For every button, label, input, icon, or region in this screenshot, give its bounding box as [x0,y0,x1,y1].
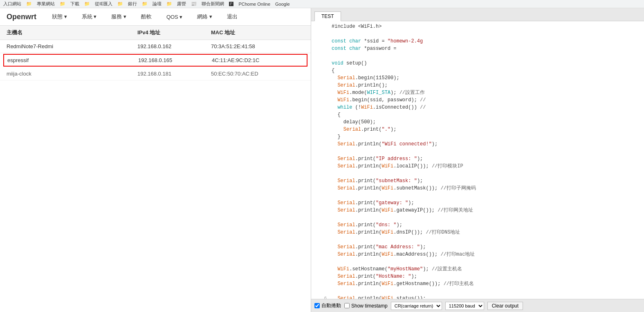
code-line: while (!WiFi.isConnected()) // [311,104,644,111]
bookmark-entry[interactable]: 下載 [70,1,79,7]
bookmark-entry[interactable]: 論壇 [153,1,162,7]
code-line: { [311,111,644,118]
table-row-highlighted[interactable]: espressif 192.168.0.165 4C:11:AE:9C:D2:1… [3,54,307,67]
line-number [314,199,327,207]
cell-ipv4: 192.168.0.181 [137,71,211,77]
code-line: Serial.begin(115200); [311,74,644,82]
line-number [314,118,327,126]
code-text: const char *ssid = "homewn-2.4g [332,38,423,45]
table-row[interactable]: RedmiNote7-Redmi 192.168.0.162 70:3A:51:… [0,40,311,53]
code-line: Serial.println(WiFi.gatewayIP()); //打印网关… [311,207,644,214]
code-section: #include <WiFi.h> const char *ssid = "ho… [311,21,644,299]
code-text: Serial.println(WiFi.subnetMask()); //打印子… [332,185,476,192]
bookmark-entry[interactable]: Google [275,2,289,7]
code-line: Serial.print("IP address: "); [311,155,644,163]
autoscroll-input[interactable] [314,303,320,308]
line-number [314,60,327,67]
code-line [311,236,644,243]
code-text: Serial.print("dns: "); [332,221,402,229]
line-number [314,251,327,258]
code-line: Serial.println(WiFi.dnsIP()); //打印DNS地址 [311,229,644,236]
nav-services[interactable]: 服務 ▾ [108,11,130,22]
line-number [314,229,327,236]
bookmark-separator: 📁 [26,1,32,7]
bookmark-entry[interactable]: 入口網站 [3,1,21,7]
tab-test[interactable]: TEST [314,11,341,21]
line-number [314,89,327,96]
nav-status[interactable]: 狀態 ▾ [49,11,70,22]
line-number [314,265,327,273]
code-line [311,170,644,177]
code-text: Serial.begin(115200); [332,74,399,82]
line-number [314,38,327,45]
bookmark-entry[interactable]: 專業網站 [37,1,55,7]
line-number [314,126,327,133]
code-text: { [332,111,341,118]
col-mac: MAC 地址 [211,29,304,36]
line-ending-select[interactable]: CR(carriage return) [391,302,442,310]
code-text: #include <WiFi.h> [332,23,381,30]
code-editor[interactable]: #include <WiFi.h> const char *ssid = "ho… [311,21,644,299]
line-number [314,287,327,295]
code-line: Serial.print("dns: "); [311,221,644,229]
line-number [314,221,327,229]
code-text: Serial.println(WiFi.dnsIP()); //打印DNS地址 [332,229,460,236]
code-line: Serial.print("gateway: "); [311,199,644,207]
arduino-panel: TEST #include <WiFi.h> const char [311,8,644,312]
line-number [314,67,327,74]
nav-logout[interactable]: 退出 [224,11,241,22]
code-text: Serial.println(WiFi.gatewayIP()); //打印网关… [332,207,473,214]
cell-mac: 70:3A:51:2E:41:58 [211,43,304,49]
line-number [314,207,327,214]
code-line: Serial.print("HostName: "); [311,273,644,280]
code-line: Serial.println("WiFi connected!"); [311,140,644,148]
code-line: { [311,67,644,74]
bookmark-separator: 📁 [84,1,90,7]
line-number [314,23,327,30]
bookmark-entry[interactable]: 從IE匯入 [95,1,112,7]
line-number [314,185,327,192]
code-line: Serial.println(WiFi.macAddress()); //打印m… [311,251,644,258]
table-row[interactable]: miija-clock 192.168.0.181 50:EC:50:70:AC… [0,67,311,80]
cell-hostname: miija-clock [7,71,137,77]
code-line: Serial.print("."); [311,126,644,133]
code-line: Serial.println(WiFi.subnetMask()); //打印子… [311,185,644,192]
line-number [314,155,327,163]
code-text: WiFi.mode(WIFI_STA); //設置工作 [332,89,425,96]
bookmark-separator: 📁 [166,1,172,7]
line-number [314,170,327,177]
line-number [314,148,327,155]
bookmark-separator: 📰 [191,1,197,7]
line-number [314,74,327,82]
code-text: Serial.print("HostName: "); [332,273,417,280]
bookmark-entry[interactable]: PChome Online [238,2,270,7]
code-line: Serial.println(WiFi.getHostname()); //打印… [311,280,644,287]
code-line [311,258,644,265]
table-header: 主機名 IPv4 地址 MAC 地址 [0,26,311,40]
bookmark-entry[interactable]: 銀行 [128,1,137,7]
code-text: delay(500); [332,118,376,126]
nav-qos[interactable]: QOS ▾ [163,12,186,22]
clear-output-button[interactable]: Clear output [487,302,523,310]
baud-rate-select[interactable]: 115200 baud [445,302,484,310]
code-text: WiFi.setHostname("myHostName"); //設置主机名 [332,265,462,273]
bookmark-entry[interactable]: 露營 [177,1,186,7]
code-line: 6 Serial.println(WiFi.status()); [311,295,644,299]
code-line: const char *ssid = "homewn-2.4g [311,38,644,45]
autoscroll-checkbox[interactable]: 自動捲動 [314,302,341,309]
code-line: Serial.println(); [311,82,644,89]
timestamp-input[interactable] [344,303,350,308]
nav-system[interactable]: 系統 ▾ [79,11,100,22]
openwrt-panel: Openwrt 狀態 ▾ 系統 ▾ 服務 ▾ 酷軟 QOS ▾ 網絡 ▾ 退出 … [0,8,311,312]
line-number [314,104,327,111]
line-number [314,133,327,140]
code-text: while (!WiFi.isConnected()) // [332,104,426,111]
code-text: Serial.print("."); [332,126,396,133]
timestamp-checkbox[interactable]: Show timestamp [344,303,388,309]
nav-coolsoft[interactable]: 酷軟 [138,11,155,22]
bookmark-entry[interactable]: 聯合新聞網 [202,1,224,7]
code-line: WiFi.setHostname("myHostName"); //設置主机名 [311,265,644,273]
timestamp-label: Show timestamp [351,303,388,309]
line-number [314,30,327,38]
nav-network[interactable]: 網絡 ▾ [194,11,215,22]
